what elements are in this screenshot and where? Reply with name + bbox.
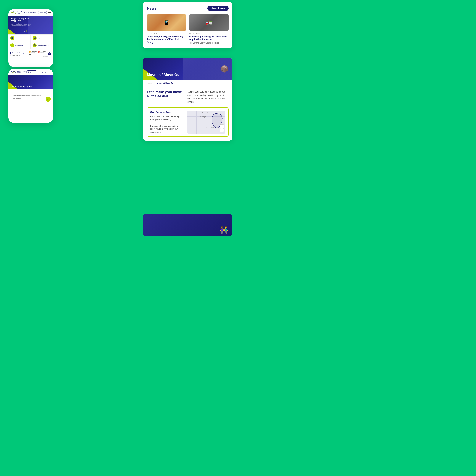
news-headline-2[interactable]: GrandBridge Energy Inc. 2024 Rate Applic… xyxy=(189,35,229,41)
map-grid-v1 xyxy=(196,111,197,134)
mio-breadcrumb: Home → Move In/Move Out xyxy=(143,80,232,87)
hero-text-1: Bridging the Way to the Energy Future. G… xyxy=(11,18,33,32)
hamburger-menu-1[interactable] xyxy=(48,12,51,13)
quicklink-outage[interactable]: Outage Centre xyxy=(8,42,31,49)
hamburger-menu-2[interactable] xyxy=(48,71,51,73)
mobile-mockup-2: GrandBridge ENERGY My Account Outage Map… xyxy=(8,69,53,123)
map-zoom-in[interactable]: + xyxy=(220,124,224,128)
grandbridge-logo-2: GrandBridge ENERGY xyxy=(11,70,26,74)
outage-map-button-1[interactable]: Outage Map xyxy=(38,11,47,14)
news-headline-1[interactable]: GrandBridge Energy is Measuring Public A… xyxy=(147,35,186,44)
mio-photo-overlay xyxy=(183,58,232,80)
bill-breadcrumb: Breadcrumb 1 → Breadcrumb 2 xyxy=(8,89,53,93)
mio-intro: Let's make your move a little easier! Su… xyxy=(147,90,229,104)
logo-text-1: GrandBridge ENERGY xyxy=(17,11,26,14)
svg-point-0 xyxy=(28,12,29,13)
breadcrumb-1[interactable]: Breadcrumb 1 xyxy=(11,90,18,92)
logo-icon-2 xyxy=(11,70,16,74)
news-image-2 xyxy=(189,14,229,31)
quicklinks-grid: My Account Pay My Bill Outa xyxy=(8,35,53,49)
mobile-mockup-1: GrandBridge ENERGY My Account Outage Map… xyxy=(8,9,53,67)
pricing-section: Time-of-Use Pricing → Tiered Pricing TOU… xyxy=(8,49,53,59)
service-area-map[interactable]: Supar Park Cambridge LITTLES CORNERS + − xyxy=(187,111,225,134)
service-area-section: Our Service Area Here's a look at the Gr… xyxy=(147,107,229,137)
bottom-card-photo xyxy=(143,214,232,236)
service-area-desc: Here's a look at the GrandBridge Energy … xyxy=(150,115,184,134)
quicklink-movein[interactable]: Move In/ Move Out xyxy=(31,42,53,49)
accent-bar xyxy=(11,94,11,104)
my-account-button-2[interactable]: My Account xyxy=(26,71,37,73)
price-tag-onpeak: TOU On-Peak XX.X ¢/kWh xyxy=(38,51,46,53)
onpeak-dot xyxy=(38,51,40,53)
service-area-text: Our Service Area Here's a look at the Gr… xyxy=(150,111,184,134)
mio-bc-sep: → xyxy=(153,82,155,84)
midpeak-dot xyxy=(29,51,31,53)
offpeak-dot xyxy=(29,54,31,55)
mob-nav-btns-2: My Account Outage Map xyxy=(26,71,51,73)
mio-hero: Move In / Move Out xyxy=(143,58,232,80)
news-date-2: Dec 23, 2023 xyxy=(189,32,229,35)
pricing-plus-button[interactable]: + xyxy=(48,53,51,55)
quicklink-my-account[interactable]: My Account xyxy=(8,35,31,42)
news-date-1: Feb 6, 2024 xyxy=(147,32,186,35)
user-icon-1 xyxy=(28,12,29,13)
mob-nav-btns-1: My Account Outage Map xyxy=(26,11,51,14)
news-title: News xyxy=(147,6,156,11)
price-tag-offpeak: TOU Off-Peak XX.X ¢/kWh xyxy=(29,53,37,56)
map-label-supar: Supar Park xyxy=(202,112,210,114)
user-icon-2 xyxy=(28,71,29,73)
svg-rect-3 xyxy=(34,37,35,39)
breadcrumb-sep: → xyxy=(18,90,20,92)
quicklink-bill-label: Pay My Bill xyxy=(38,37,45,39)
news-image-1 xyxy=(147,14,186,31)
outage-map-button-2[interactable]: Outage Map xyxy=(38,71,47,73)
bill-icon xyxy=(46,96,51,102)
news-excerpt-2: The Ontario Energy Board approved xyxy=(189,42,229,44)
bill-description: GrandBridge Energy sends monthly bills. … xyxy=(13,94,44,102)
mob-header-1: GrandBridge ENERGY My Account Outage Map xyxy=(8,9,53,16)
news-articles-grid: Feb 6, 2024 GrandBridge Energy is Measur… xyxy=(147,14,229,45)
price-tag-midpeak: TOU Mid-Peak XX.X ¢/kWh xyxy=(29,51,37,53)
hero-desc-1: GrandBridge Energy delivers safe and rel… xyxy=(11,22,33,28)
view-all-news-button[interactable]: View all News xyxy=(207,6,229,11)
mio-content: Let's make your move a little easier! Su… xyxy=(143,87,232,141)
mio-bc-home[interactable]: Home xyxy=(147,82,152,84)
weekday-label: Weekday xyxy=(44,56,48,57)
outage-icon xyxy=(10,43,14,47)
grandbridge-logo-1: GrandBridge ENERGY xyxy=(11,11,26,14)
map-label-corners: LITTLES CORNERS xyxy=(206,127,218,128)
understanding-bill-title: Understanding My Bill xyxy=(11,86,32,88)
tou-arrow[interactable]: → xyxy=(25,52,26,54)
discover-button[interactable]: Discover GrandBridge Energy xyxy=(11,30,27,32)
logo-icon-1 xyxy=(11,11,16,14)
breadcrumb-2[interactable]: Breadcrumb 2 xyxy=(20,90,28,92)
hero-title-1: Bridging the Way to the Energy Future. xyxy=(11,18,33,22)
bill-content: GrandBridge Energy sends monthly bills. … xyxy=(8,93,53,105)
news-card: News View all News Feb 6, 2024 GrandBrid… xyxy=(143,2,232,48)
tou-label: Time-of-Use Pricing → xyxy=(10,52,29,54)
understanding-bill-hero: Understanding My Bill xyxy=(8,75,53,89)
mio-bc-current[interactable]: Move In/Move Out xyxy=(157,82,174,84)
my-account-button-1[interactable]: My Account xyxy=(26,11,37,14)
onpeak-label: TOU On-Peak XX.X ¢/kWh xyxy=(40,51,46,53)
my-account-icon xyxy=(10,36,14,40)
map-controls: + − xyxy=(220,124,224,132)
map-label-cambridge: Cambridge xyxy=(199,116,206,118)
pay-bill-icon xyxy=(33,36,37,40)
service-area-title: Our Service Area xyxy=(150,111,184,114)
map-zoom-out[interactable]: − xyxy=(220,128,224,132)
quicklink-pay-bill[interactable]: Pay My Bill xyxy=(31,35,53,42)
quicklink-account-label: My Account xyxy=(16,37,23,39)
movein-icon xyxy=(33,43,37,47)
svg-point-12 xyxy=(28,71,29,72)
news-article-1: Feb 6, 2024 GrandBridge Energy is Measur… xyxy=(147,14,186,45)
news-header: News View all News xyxy=(147,6,229,11)
mio-hero-title: Move In / Move Out xyxy=(147,73,181,77)
mio-intro-title: Let's make your move a little easier! xyxy=(147,90,184,104)
logo-text-2: GrandBridge ENERGY xyxy=(17,71,26,73)
offpeak-label: TOU Off-Peak XX.X ¢/kWh xyxy=(31,53,37,56)
price-tags: TOU Mid-Peak XX.X ¢/kWh TOU On-Peak XX.X… xyxy=(29,51,48,56)
midpeak-label: TOU Mid-Peak XX.X ¢/kWh xyxy=(31,51,37,53)
news-article-2: Dec 23, 2023 GrandBridge Energy Inc. 202… xyxy=(189,14,229,45)
moveinout-card: Move In / Move Out Home → Move In/Move O… xyxy=(143,58,232,141)
